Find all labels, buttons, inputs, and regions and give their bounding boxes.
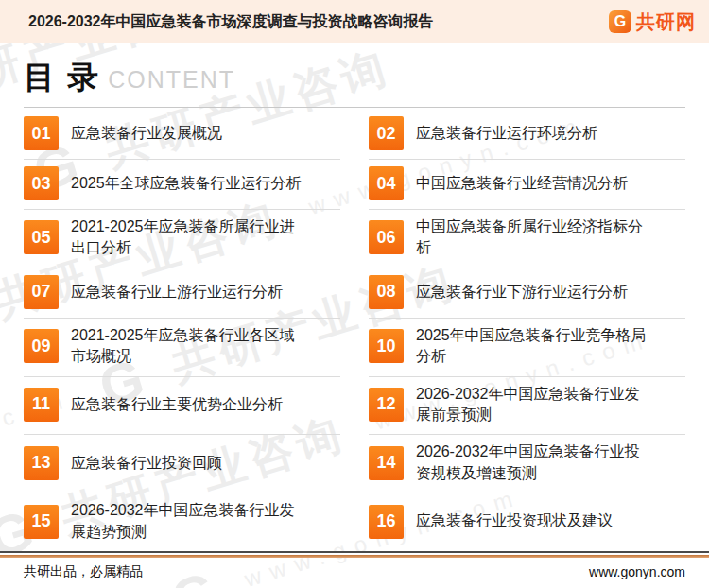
toc-item-number-badge: 11: [24, 388, 59, 422]
toc-heading: 目 录 CONTENT: [24, 57, 685, 108]
toc-item: 10 2025年中国应急装备行业竞争格局分析: [369, 319, 685, 377]
toc-item-number-badge: 10: [369, 329, 404, 363]
toc-item-number-badge: 14: [369, 446, 404, 480]
toc-item: 03 2025年全球应急装备行业运行分析: [24, 160, 340, 210]
toc-item-number-badge: 04: [369, 166, 404, 200]
toc-item: 16 应急装备行业投资现状及建议: [369, 493, 685, 552]
toc-item-title: 应急装备行业运行环境分析: [416, 123, 597, 144]
toc-item: 14 2026-2032年中国应急装备行业投资规模及增速预测: [369, 435, 685, 493]
toc-item: 08 应急装备行业下游行业运行分析: [369, 268, 685, 319]
toc-item-number-badge: 08: [369, 275, 404, 309]
toc-item-number-badge: 13: [24, 446, 59, 480]
toc-item-title: 应急装备行业发展概况: [71, 123, 222, 144]
toc-page: 目 录 CONTENT 01 应急装备行业发展概况 02 应急装备行业运行环境分…: [0, 57, 709, 552]
footer-slogan: 共研出品，必属精品: [24, 563, 143, 580]
toc-item-number-badge: 09: [24, 329, 59, 363]
toc-item-number-badge: 05: [24, 220, 59, 254]
toc-item-title: 2021-2025年应急装备行业各区域市场概况: [71, 325, 309, 368]
toc-item-number-badge: 02: [369, 116, 404, 150]
toc-item-title: 2026-2032年中国应急装备行业发展趋势预测: [71, 500, 309, 543]
toc-item-number-badge: 03: [24, 166, 59, 200]
toc-item-title: 2026-2032年中国应急装备行业发展前景预测: [416, 384, 654, 426]
toc-item: 04 中国应急装备行业经营情况分析: [369, 160, 685, 210]
brand-g-icon: G: [609, 10, 631, 33]
toc-item-number-badge: 15: [24, 505, 59, 539]
toc-item-title: 2026-2032年中国应急装备行业投资规模及增速预测: [416, 441, 654, 484]
toc-heading-en: CONTENT: [108, 66, 235, 94]
toc-item-title: 2021-2025年应急装备所属行业进出口分析: [71, 216, 309, 259]
toc-item: 05 2021-2025年应急装备所属行业进出口分析: [24, 210, 340, 268]
toc-item-number-badge: 01: [24, 116, 59, 150]
toc-item: 01 应急装备行业发展概况: [24, 110, 340, 160]
toc-item-title: 2025年中国应急装备行业竞争格局分析: [416, 325, 654, 368]
toc-item: 02 应急装备行业运行环境分析: [369, 110, 685, 160]
toc-item: 07 应急装备行业上游行业运行分析: [24, 268, 340, 319]
footer-row: 共研出品，必属精品 www.gonyn.com: [0, 558, 709, 588]
toc-item-number-badge: 12: [369, 388, 404, 422]
toc-item-number-badge: 16: [369, 505, 404, 539]
toc-item-number-badge: 07: [24, 275, 59, 309]
toc-item-title: 2025年全球应急装备行业运行分析: [71, 173, 302, 194]
toc-item-number-badge: 06: [369, 220, 404, 254]
toc-item-title: 中国应急装备所属行业经济指标分析: [416, 216, 654, 259]
footer-bar: 共研出品，必属精品 www.gonyn.com: [0, 551, 709, 588]
toc-item: 15 2026-2032年中国应急装备行业发展趋势预测: [24, 493, 340, 552]
toc-item-title: 中国应急装备行业经营情况分析: [416, 173, 628, 194]
brand-name: 共研网: [636, 9, 696, 35]
toc-item-title: 应急装备行业主要优势企业分析: [71, 394, 283, 415]
toc-heading-cn: 目 录: [24, 57, 100, 99]
toc-item-title: 应急装备行业下游行业运行分析: [416, 282, 628, 303]
report-title: 2026-2032年中国应急装备市场深度调查与投资战略咨询报告: [28, 12, 434, 32]
toc-item-title: 应急装备行业上游行业运行分析: [71, 282, 283, 303]
toc-item: 09 2021-2025年应急装备行业各区域市场概况: [24, 319, 340, 377]
toc-item: 13 应急装备行业投资回顾: [24, 435, 340, 493]
toc-item: 12 2026-2032年中国应急装备行业发展前景预测: [369, 377, 685, 436]
toc-grid: 01 应急装备行业发展概况 02 应急装备行业运行环境分析 03 2025年全球…: [24, 110, 685, 552]
header-bar: 2026-2032年中国应急装备市场深度调查与投资战略咨询报告 G 共研网: [0, 0, 709, 43]
footer-website-link[interactable]: www.gonyn.com: [589, 564, 685, 579]
toc-item-title: 应急装备行业投资现状及建议: [416, 510, 613, 531]
toc-item: 06 中国应急装备所属行业经济指标分析: [369, 210, 685, 268]
site-logo[interactable]: G 共研网: [609, 9, 696, 35]
toc-item: 11 应急装备行业主要优势企业分析: [24, 377, 340, 436]
toc-item-title: 应急装备行业投资回顾: [71, 453, 222, 474]
